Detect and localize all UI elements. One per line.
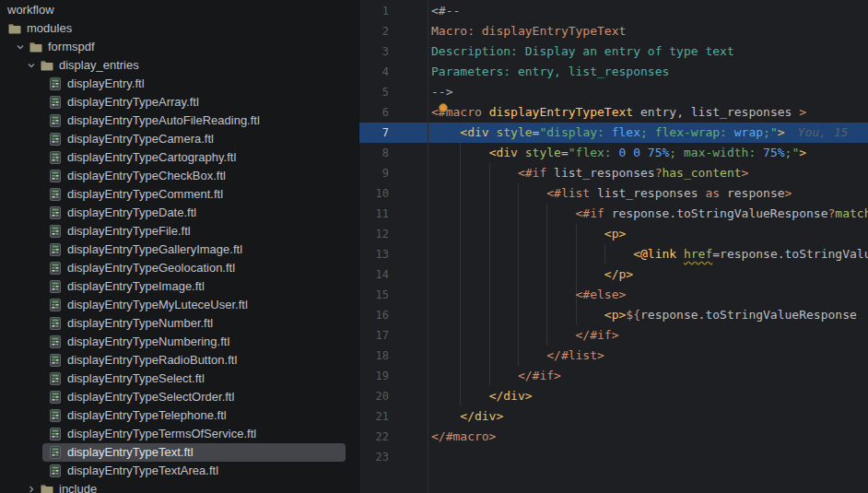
line-number[interactable]: 10 <box>359 183 389 204</box>
code-line[interactable]: <p> <box>431 224 868 244</box>
tree-item-label: formspdf <box>48 38 95 56</box>
code-line[interactable]: <#else> <box>431 285 868 305</box>
tree-item-label: display_entries <box>59 56 139 75</box>
code-line[interactable]: </div> <box>431 406 868 427</box>
ide-window: workflowmodulesformspdfdisplay_entriesdi… <box>0 0 868 493</box>
line-number[interactable]: 7 <box>359 123 389 143</box>
tree-item-label: workflow <box>7 1 54 19</box>
line-number[interactable]: 2 <box>359 21 389 41</box>
code-line[interactable]: <div style="display: flex; flex-wrap: wr… <box>431 123 868 143</box>
line-number[interactable]: 6 <box>359 102 389 123</box>
tree-item[interactable]: modules <box>0 19 358 38</box>
code-line[interactable]: </p> <box>431 264 868 285</box>
line-number[interactable]: 18 <box>359 346 389 366</box>
gutter-separator <box>428 0 428 493</box>
tree-item[interactable]: displayEntryTypeNumber.ftl <box>0 314 358 333</box>
line-number[interactable]: 5 <box>359 82 389 102</box>
chevron-down-icon[interactable] <box>15 41 26 53</box>
tree-item[interactable]: formspdf <box>0 38 358 56</box>
tree-item[interactable]: displayEntryTypeTextArea.ftl <box>0 462 358 480</box>
tree-item[interactable]: displayEntryTypeArray.ftl <box>0 93 358 112</box>
tree-item[interactable]: displayEntryTypeSelectOrder.ftl <box>0 388 358 406</box>
line-number[interactable]: 20 <box>359 386 389 406</box>
code-line[interactable]: Parameters: entry, list_responses <box>431 62 868 82</box>
tree-item[interactable]: displayEntryTypeGeolocation.ftl <box>0 259 358 277</box>
code-line[interactable]: <#list list_responses as response> <box>431 183 868 204</box>
tree-item[interactable]: displayEntryTypeAutoFileReading.ftl <box>0 112 358 130</box>
line-number[interactable]: 4 <box>359 62 389 82</box>
code-line[interactable]: <#if list_responses?has_content> <box>431 163 868 183</box>
code-line[interactable]: <@link href=response.toStringValueRespon… <box>431 244 868 264</box>
code-line[interactable]: </#if> <box>431 366 868 386</box>
code-line[interactable]: </#list> <box>431 346 868 366</box>
line-number[interactable]: 14 <box>359 264 389 285</box>
tree-item-label: displayEntryTypeTextArea.ftl <box>67 462 218 480</box>
tree-item[interactable]: displayEntryTypeSelect.ftl <box>0 370 358 388</box>
tree-item[interactable]: displayEntryTypeGalleryImage.ftl <box>0 241 358 259</box>
tree-item[interactable]: displayEntryTypeRadioButton.ftl <box>0 351 358 370</box>
tree-item[interactable]: displayEntry.ftl <box>0 75 358 93</box>
tree-item[interactable]: workflow <box>0 1 358 19</box>
tree-item[interactable]: include <box>0 480 358 493</box>
chevron-down-icon[interactable] <box>26 60 37 71</box>
intention-bulb-icon[interactable] <box>439 103 448 112</box>
code-line[interactable]: </#if> <box>431 325 868 346</box>
code-line[interactable]: <#macro displayEntryTypeText entry, list… <box>431 102 868 123</box>
tree-item-label: displayEntryTypeCheckBox.ftl <box>67 167 226 185</box>
line-number[interactable]: 1 <box>359 1 389 21</box>
tree-item[interactable]: displayEntryTypeCheckBox.ftl <box>0 167 358 185</box>
code-line[interactable]: Description: Display an entry of type te… <box>431 41 868 62</box>
code-line[interactable]: <#if response.toStringValueResponse?matc… <box>431 204 868 224</box>
line-number[interactable]: 8 <box>359 143 389 163</box>
code-line[interactable]: <p>${response.toStringValueResponse <box>431 305 868 325</box>
folder-icon <box>40 58 54 73</box>
tree-item[interactable]: displayEntryTypeFile.ftl <box>0 222 358 241</box>
line-number[interactable]: 22 <box>359 427 389 447</box>
line-number[interactable]: 9 <box>359 163 389 183</box>
code-line[interactable]: Macro: displayEntryTypeText <box>431 21 868 41</box>
tree-item-label: displayEntryTypeMyLuteceUser.ftl <box>67 296 248 314</box>
tree-item-label: displayEntryTypeTelephone.ftl <box>67 406 227 425</box>
code-line[interactable]: <#-- <box>431 1 868 21</box>
tree-item[interactable]: displayEntryTypeImage.ftl <box>0 277 358 296</box>
code-line[interactable]: <div style="flex: 0 0 75%; max-width: 75… <box>431 143 868 163</box>
tree-item-label: displayEntryTypeRadioButton.ftl <box>67 351 237 370</box>
line-number[interactable]: 23 <box>359 447 389 467</box>
code-line[interactable]: --> <box>431 82 868 102</box>
tree-item[interactable]: displayEntryTypeNumbering.ftl <box>0 333 358 351</box>
tree-item[interactable]: displayEntryTypeTelephone.ftl <box>0 406 358 425</box>
code-line[interactable] <box>431 447 868 467</box>
tree-item-label: displayEntryTypeTermsOfService.ftl <box>67 425 256 443</box>
tree-item[interactable]: display_entries <box>0 56 358 75</box>
line-number[interactable]: 19 <box>359 366 389 386</box>
tree-item[interactable]: displayEntryTypeText.ftl <box>0 443 358 462</box>
ftl-file-icon <box>48 261 63 276</box>
tree-item[interactable]: displayEntryTypeMyLuteceUser.ftl <box>0 296 358 314</box>
line-number[interactable]: 3 <box>359 41 389 62</box>
tree-item[interactable]: displayEntryTypeCartography.ftl <box>0 148 358 167</box>
editor-pane[interactable]: 1234567891011121314151617181920212223 <#… <box>359 0 868 493</box>
chevron-right-icon[interactable] <box>26 484 37 493</box>
line-number[interactable]: 11 <box>359 204 389 224</box>
tree-item[interactable]: displayEntryTypeCamera.ftl <box>0 130 358 148</box>
line-number[interactable]: 13 <box>359 244 389 264</box>
ftl-file-icon <box>48 353 63 368</box>
line-number[interactable]: 15 <box>359 285 389 305</box>
ftl-file-icon <box>48 242 63 257</box>
line-number[interactable]: 21 <box>359 406 389 427</box>
tree-item[interactable]: displayEntryTypeComment.ftl <box>0 185 358 204</box>
line-number[interactable]: 12 <box>359 224 389 244</box>
tree-item-label: displayEntry.ftl <box>67 75 145 93</box>
ftl-file-icon <box>48 187 63 202</box>
code-line[interactable]: </#macro> <box>431 427 868 447</box>
tree-item[interactable]: displayEntryTypeDate.ftl <box>0 204 358 222</box>
tree-item-label: displayEntryTypeText.ftl <box>67 443 194 462</box>
line-number[interactable]: 16 <box>359 305 389 325</box>
code-area[interactable]: <#--Macro: displayEntryTypeTextDescripti… <box>431 0 868 493</box>
code-line[interactable]: </div> <box>431 386 868 406</box>
ftl-file-icon <box>48 132 63 147</box>
tree-item[interactable]: displayEntryTypeTermsOfService.ftl <box>0 425 358 443</box>
tree-item-label: displayEntryTypeCartography.ftl <box>67 148 236 167</box>
folder-icon <box>29 40 43 54</box>
line-number[interactable]: 17 <box>359 325 389 346</box>
